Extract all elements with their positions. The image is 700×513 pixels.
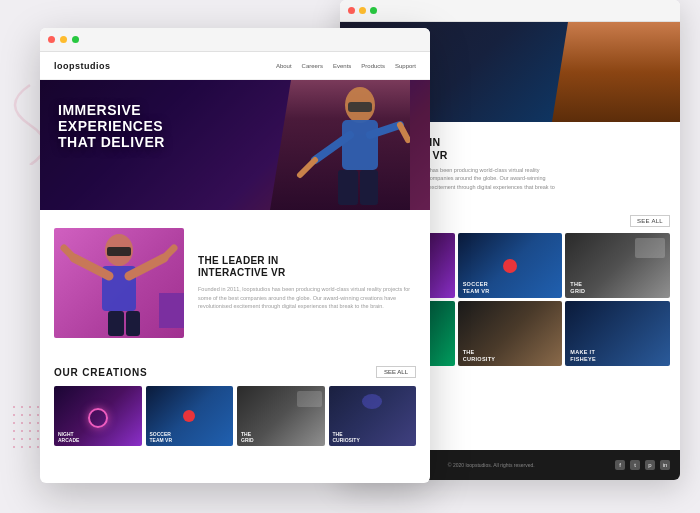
back-hero-image (520, 22, 680, 122)
creations-grid: NIGHTARCADE SOCCERTEAM VR THEGRID THECUR… (54, 386, 416, 446)
svg-rect-8 (360, 170, 378, 205)
svg-rect-16 (108, 311, 124, 336)
grid-item-label: SOCCERTEAM VR (463, 281, 490, 294)
creations-title: Our Creations (54, 367, 148, 378)
front-mid-desc: Founded in 2011, loopstudios has been pr… (198, 285, 416, 311)
vr-person-image (54, 228, 184, 338)
hero-headline-line3: THAT DELIVER (58, 134, 165, 150)
creation-item-the-curiosity[interactable]: THECURIOSITY (329, 386, 417, 446)
grid-item-label: MAKE ITFISHEYE (570, 349, 596, 362)
instagram-icon[interactable]: in (660, 460, 670, 470)
svg-line-14 (64, 248, 74, 258)
hero-headline-line1: IMMERSIVE (58, 102, 141, 118)
facebook-icon[interactable]: f (615, 460, 625, 470)
logo: loopstudios (54, 61, 111, 71)
creation-label: NIGHTARCADE (58, 431, 79, 443)
creations-see-all-button[interactable]: SEE ALL (376, 366, 416, 378)
grid-item-label: THECURIOSITY (463, 349, 496, 362)
svg-rect-17 (126, 311, 140, 336)
nav-support[interactable]: Support (395, 63, 416, 69)
browser-dot-red (48, 36, 55, 43)
grid-item-make-it-fisheye[interactable]: MAKE ITFISHEYE (565, 301, 670, 366)
front-mid-section: THE LEADER IN INTERACTIVE VR Founded in … (40, 210, 430, 356)
front-mid-title-line1: THE LEADER IN (198, 255, 279, 266)
creation-label: SOCCERTEAM VR (150, 431, 173, 443)
creations-header: Our Creations SEE ALL (54, 366, 416, 378)
grid-item-soccer-team-vr[interactable]: SOCCERTEAM VR (458, 233, 563, 298)
browser-dot-yellow (60, 36, 67, 43)
svg-line-5 (300, 160, 315, 175)
nav-careers[interactable]: Careers (302, 63, 323, 69)
svg-line-6 (400, 125, 408, 140)
creation-label: THECURIOSITY (333, 431, 360, 443)
front-mid-title-line2: INTERACTIVE VR (198, 267, 286, 278)
browser-dot-green (370, 7, 377, 14)
scene: THE LEADER IN INTERACTIVE VR Founded in … (0, 0, 700, 513)
creation-label: THEGRID (241, 431, 254, 443)
pinterest-icon[interactable]: p (645, 460, 655, 470)
hero-headline: IMMERSIVE EXPERIENCES THAT DELIVER (58, 102, 165, 150)
svg-rect-2 (342, 120, 378, 170)
svg-line-15 (164, 248, 174, 258)
front-mid-title: THE LEADER IN INTERACTIVE VR (198, 255, 416, 279)
front-browser-window: loopstudios About Careers Events Product… (40, 28, 430, 483)
hero-text-block: IMMERSIVE EXPERIENCES THAT DELIVER (58, 102, 165, 150)
vr-accent-block (159, 293, 184, 328)
twitter-icon[interactable]: t (630, 460, 640, 470)
front-mid-text: THE LEADER IN INTERACTIVE VR Founded in … (198, 255, 416, 311)
footer-copyright: © 2020 loopstudios. All rights reserved. (448, 462, 535, 468)
back-see-all-button[interactable]: SEE ALL (630, 215, 670, 227)
nav-links: About Careers Events Products Support (276, 63, 416, 69)
browser-dot-yellow (359, 7, 366, 14)
bg-wave-decoration (0, 75, 40, 165)
nav-events[interactable]: Events (333, 63, 351, 69)
browser-dot-red (348, 7, 355, 14)
navbar: loopstudios About Careers Events Product… (40, 52, 430, 80)
creation-item-soccer-team-vr[interactable]: SOCCERTEAM VR (146, 386, 234, 446)
front-hero-section: IMMERSIVE EXPERIENCES THAT DELIVER (40, 80, 430, 210)
grid-item-the-grid[interactable]: THEGRID (565, 233, 670, 298)
creation-item-night-arcade[interactable]: NIGHTARCADE (54, 386, 142, 446)
back-browser-bar (340, 0, 680, 22)
nav-products[interactable]: Products (361, 63, 385, 69)
svg-rect-10 (107, 247, 131, 256)
hero-headline-line2: EXPERIENCES (58, 118, 163, 134)
browser-dot-green (72, 36, 79, 43)
svg-rect-7 (338, 170, 358, 205)
grid-item-the-curiosity[interactable]: THECURIOSITY (458, 301, 563, 366)
creation-item-the-grid[interactable]: THEGRID (237, 386, 325, 446)
hero-person-svg (270, 80, 410, 210)
front-browser-bar (40, 28, 430, 52)
nav-about[interactable]: About (276, 63, 292, 69)
front-creations-section: Our Creations SEE ALL NIGHTARCADE SOCCER… (40, 356, 430, 454)
hero-person-image (270, 80, 410, 210)
svg-rect-1 (348, 102, 372, 112)
grid-item-label: THEGRID (570, 281, 585, 294)
footer-social-icons: f t p in (615, 460, 670, 470)
